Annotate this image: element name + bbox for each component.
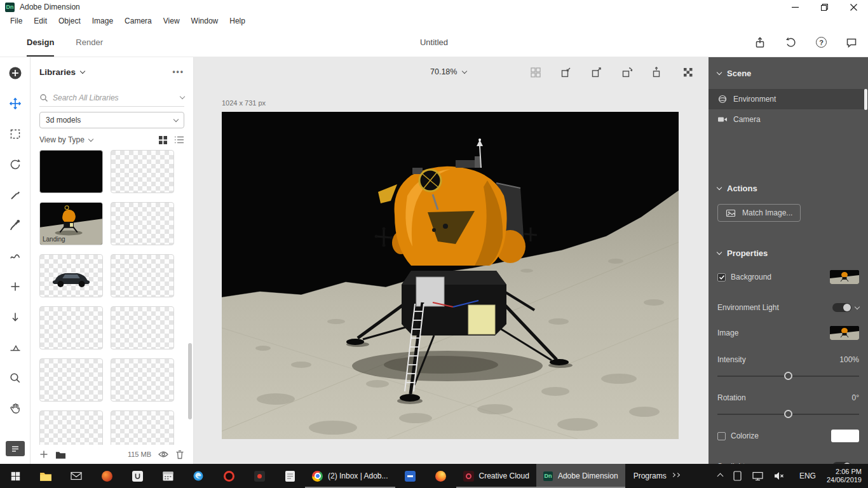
- programs-toolbar[interactable]: Programs: [625, 464, 688, 488]
- monitor-icon[interactable]: [752, 471, 763, 481]
- zoom-tool-icon[interactable]: [8, 371, 22, 385]
- panels-toggle-icon[interactable]: [6, 441, 25, 456]
- library-thumb-empty[interactable]: [111, 254, 174, 297]
- menu-file[interactable]: File: [4, 17, 28, 25]
- checkerboard-icon[interactable]: [682, 66, 695, 79]
- tab-design[interactable]: Design: [27, 28, 54, 57]
- eye-icon[interactable]: [158, 451, 168, 458]
- actions-section-header[interactable]: Actions: [709, 179, 868, 198]
- library-thumb-empty[interactable]: [39, 358, 103, 402]
- slider-knob[interactable]: [784, 372, 792, 380]
- library-thumb-empty[interactable]: [111, 410, 174, 445]
- library-thumb-empty[interactable]: [111, 202, 174, 245]
- properties-section-header[interactable]: Properties: [709, 243, 868, 262]
- undo-icon[interactable]: [785, 36, 797, 49]
- tablet-icon[interactable]: [733, 471, 742, 481]
- marquee-tool-icon[interactable]: [8, 127, 22, 141]
- add-library-item-icon[interactable]: [39, 450, 48, 459]
- hidden-icons-chevron[interactable]: [718, 471, 722, 480]
- trash-icon[interactable]: [175, 450, 184, 459]
- view-by-label[interactable]: View by Type: [39, 135, 85, 144]
- menu-image[interactable]: Image: [86, 17, 119, 25]
- start-button[interactable]: [0, 464, 31, 488]
- scene-item-camera[interactable]: Camera: [709, 109, 868, 130]
- sunlight-toggle[interactable]: [832, 462, 851, 464]
- calendar-icon[interactable]: [153, 464, 183, 488]
- search-scope-chevron-icon[interactable]: [180, 94, 185, 99]
- edge-browser-icon[interactable]: [183, 464, 214, 488]
- library-thumb-landing[interactable]: Landing: [39, 202, 103, 245]
- library-thumb-empty[interactable]: [111, 150, 174, 193]
- intensity-slider[interactable]: [709, 372, 868, 381]
- wand-tool-icon[interactable]: [8, 188, 22, 202]
- share-icon[interactable]: [754, 36, 766, 49]
- grid-icon[interactable]: [529, 66, 542, 79]
- volume-icon[interactable]: [774, 471, 785, 480]
- horizon-tool-icon[interactable]: [8, 341, 22, 355]
- sampler-tool-icon[interactable]: [8, 219, 22, 233]
- menu-object[interactable]: Object: [53, 17, 86, 25]
- minimize-button[interactable]: [780, 0, 810, 14]
- library-thumb-car[interactable]: [39, 254, 103, 297]
- scene-section-header[interactable]: Scene: [709, 57, 868, 89]
- background-checkbox[interactable]: [717, 273, 726, 281]
- library-thumb-empty[interactable]: [111, 358, 174, 402]
- frame-arrow-out-icon[interactable]: [590, 66, 603, 79]
- pinned-app-red-ring-icon[interactable]: [214, 464, 244, 488]
- firefox-icon[interactable]: [426, 464, 456, 488]
- feedback-icon[interactable]: [845, 36, 858, 49]
- category-select[interactable]: 3d models: [39, 112, 184, 128]
- pinned-app-notes-icon[interactable]: [275, 464, 305, 488]
- hand-tool-icon[interactable]: [8, 402, 22, 416]
- tab-render[interactable]: Render: [76, 28, 103, 57]
- help-icon[interactable]: [816, 37, 827, 48]
- taskbar-clock[interactable]: 2:06 PM 24/06/2019: [827, 468, 862, 484]
- scene-panel-scrollbar[interactable]: [864, 89, 867, 110]
- pinned-app-media-icon[interactable]: [244, 464, 275, 488]
- grid-view-icon[interactable]: [158, 135, 168, 145]
- frame-rotate-icon[interactable]: [621, 66, 634, 79]
- colorize-swatch[interactable]: [831, 430, 859, 442]
- scene-item-environment[interactable]: Environment: [709, 89, 868, 109]
- frame-arrow-up-icon[interactable]: [651, 66, 664, 79]
- chevron-down-icon[interactable]: [855, 304, 860, 309]
- menu-help[interactable]: Help: [224, 17, 251, 25]
- more-options-icon[interactable]: [172, 67, 184, 76]
- dolly-tool-icon[interactable]: [8, 310, 22, 324]
- menu-edit[interactable]: Edit: [28, 17, 53, 25]
- file-explorer-icon[interactable]: [31, 464, 61, 488]
- library-thumb-black[interactable]: [39, 150, 103, 193]
- pinned-app-orange-icon[interactable]: [92, 464, 122, 488]
- language-indicator[interactable]: ENG: [799, 471, 816, 480]
- background-thumbnail[interactable]: [830, 270, 859, 284]
- match-image-button[interactable]: Match Image...: [717, 204, 801, 222]
- libraries-title[interactable]: Libraries: [39, 67, 76, 77]
- add-content-icon[interactable]: [8, 66, 22, 80]
- environment-light-toggle[interactable]: [832, 303, 851, 312]
- chevron-down-icon[interactable]: [855, 463, 860, 464]
- scribble-tool-icon[interactable]: [8, 249, 22, 263]
- colorize-checkbox[interactable]: [717, 432, 726, 440]
- close-button[interactable]: [839, 0, 868, 14]
- move-tool-icon[interactable]: [8, 97, 22, 111]
- library-scrollbar[interactable]: [188, 343, 192, 419]
- menu-view[interactable]: View: [158, 17, 186, 25]
- folder-icon[interactable]: [55, 450, 66, 459]
- chevron-down-icon[interactable]: [88, 136, 93, 141]
- taskbar-window-creative-cloud[interactable]: Creative Cloud: [456, 464, 536, 488]
- zoom-control[interactable]: 70.18%: [430, 67, 466, 76]
- library-thumb-empty[interactable]: [39, 410, 103, 445]
- mail-icon[interactable]: [61, 464, 92, 488]
- slider-knob[interactable]: [784, 410, 792, 418]
- frame-arrow-in-icon[interactable]: [560, 66, 573, 79]
- library-thumb-empty[interactable]: [111, 306, 174, 349]
- orbit-tool-icon[interactable]: [8, 158, 22, 172]
- menu-camera[interactable]: Camera: [119, 17, 158, 25]
- plus-tool-icon[interactable]: [8, 280, 22, 294]
- search-input[interactable]: [53, 93, 176, 102]
- viewport-3d[interactable]: [222, 112, 679, 439]
- pinned-app-book-icon[interactable]: [122, 464, 153, 488]
- menu-window[interactable]: Window: [186, 17, 224, 25]
- pinned-app-blue-icon[interactable]: [395, 464, 426, 488]
- image-thumbnail[interactable]: [830, 326, 859, 340]
